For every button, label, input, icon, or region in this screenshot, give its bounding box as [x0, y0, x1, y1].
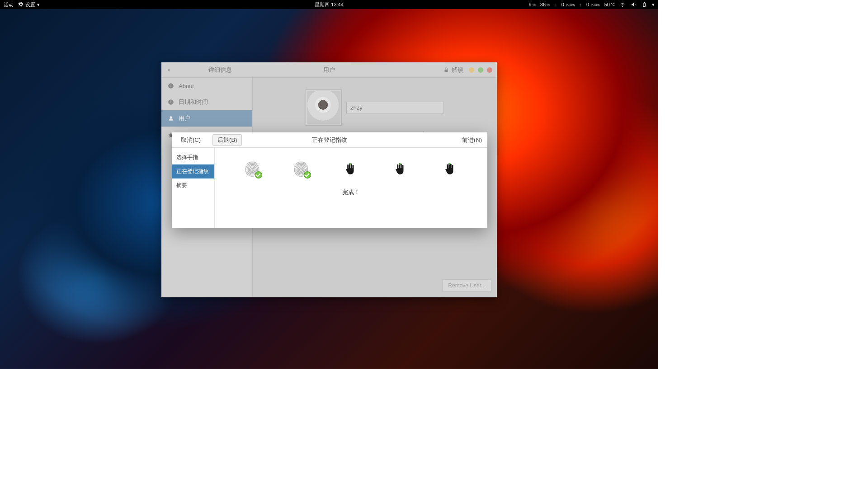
settings-menu-label: 设置: [25, 1, 35, 8]
clock[interactable]: 星期四 13:44: [315, 1, 344, 8]
hand-icon: [442, 161, 458, 177]
arrow-down-icon: ↓: [554, 2, 557, 7]
dialog-step-list: 选择手指 正在登记指纹 摘要: [172, 148, 215, 228]
battery-icon[interactable]: [641, 2, 647, 7]
next-button[interactable]: 前进(N): [462, 136, 482, 144]
back-button[interactable]: 后退(B): [212, 134, 242, 146]
cpu-usage: 9%: [529, 2, 536, 7]
step-summary[interactable]: 摘要: [172, 178, 214, 192]
hand-icon: [343, 161, 358, 177]
mem-usage: 36%: [540, 2, 550, 7]
chevron-down-icon[interactable]: ▾: [652, 2, 655, 8]
step-enrolling[interactable]: 正在登记指纹: [172, 164, 214, 178]
net-up: 0KiB/s: [586, 2, 600, 7]
done-message: 完成！: [342, 188, 360, 197]
hand-icon: [392, 161, 408, 177]
settings-menu[interactable]: 设置 ▾: [18, 1, 40, 8]
svg-rect-2: [449, 163, 450, 164]
settings-gear-icon: [18, 2, 24, 7]
dialog-content: 完成！: [215, 148, 487, 228]
volume-icon[interactable]: [630, 2, 637, 7]
wifi-icon[interactable]: [619, 2, 626, 7]
dialog-title: 正在登记指纹: [312, 136, 347, 144]
svg-rect-0: [349, 163, 351, 164]
arrow-up-icon: ↑: [579, 2, 582, 7]
step-select-finger[interactable]: 选择手指: [172, 150, 214, 164]
svg-rect-1: [399, 163, 401, 164]
net-down: 0KiB/s: [561, 2, 575, 7]
gnome-top-bar: 活动 设置 ▾ 星期四 13:44 9% 36% ↓ 0KiB/s ↑ 0KiB…: [0, 0, 658, 9]
dialog-headerbar: 取消(C) 后退(B) 正在登记指纹 前进(N): [172, 132, 487, 148]
fingerprint-slot-1-done-icon: [245, 161, 259, 177]
temperature: 50℃: [604, 2, 615, 7]
activities-button[interactable]: 活动: [4, 1, 14, 8]
fingerprint-slot-2-done-icon: [294, 161, 308, 177]
desktop-wallpaper: 活动 设置 ▾ 星期四 13:44 9% 36% ↓ 0KiB/s ↑ 0KiB…: [0, 0, 658, 369]
chevron-down-icon: ▾: [37, 2, 40, 8]
fingerprint-dialog: 取消(C) 后退(B) 正在登记指纹 前进(N) 选择手指 正在登记指纹 摘要: [172, 132, 487, 228]
cancel-button[interactable]: 取消(C): [177, 134, 204, 146]
